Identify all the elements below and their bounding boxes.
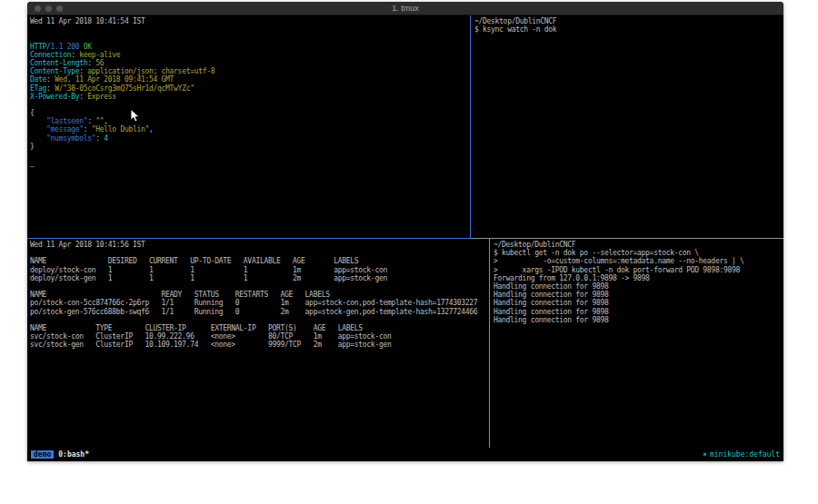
terminal-line: $ ksync watch -n dok — [474, 25, 783, 34]
terminal-line: Wed 11 Apr 2018 10:41:54 IST — [30, 17, 470, 25]
terminal-text-segment: Express — [87, 93, 116, 101]
terminal-text-segment: "Hello Dublin" — [92, 125, 149, 133]
terminal-line: deploy/stock-gen 1 1 1 1 2m app=stock-ge… — [30, 274, 489, 282]
terminal-line: po/stock-gen-576cc688bb-swqf6 1/1 Runnin… — [30, 308, 489, 316]
terminal-text-segment: : — [46, 75, 55, 84]
terminal-line: "message": "Hello Dublin", — [30, 125, 470, 133]
tmux-session-area: Wed 11 Apr 2018 10:41:54 IST HTTP/1.1 20… — [27, 15, 783, 448]
terminal-text-segment: "numsymbols" — [46, 134, 95, 143]
terminal-line: } — [30, 143, 470, 151]
terminal-line — [30, 249, 489, 257]
terminal-line — [30, 151, 470, 159]
terminal-line: deploy/stock-con 1 1 1 1 1m app=stock-co… — [30, 266, 489, 274]
terminal-line — [30, 101, 470, 109]
mouse-cursor-pointer — [130, 109, 141, 124]
terminal-text-segment: HTTP/ — [30, 43, 51, 51]
terminal-text-segment: : — [84, 125, 92, 133]
terminal-text-segment: : — [46, 84, 55, 93]
terminal-line: "lastseen": "", — [30, 117, 470, 125]
pane-http-response[interactable]: Wed 11 Apr 2018 10:41:54 IST HTTP/1.1 20… — [27, 15, 470, 238]
window-titlebar[interactable]: 1. tmux — [27, 2, 783, 15]
close-button[interactable] — [35, 5, 41, 12]
window-title: 1. tmux — [27, 2, 783, 15]
terminal-text-segment: _ — [30, 159, 35, 167]
pane-border-horizontal-active[interactable] — [27, 238, 471, 239]
terminal-line: Handling connection for 9898 — [494, 291, 783, 299]
terminal-line: Handling connection for 9898 — [494, 299, 783, 307]
terminal-text-segment: , — [149, 125, 154, 133]
terminal-line: Handling connection for 9898 — [494, 308, 783, 316]
pane-border-vertical-active[interactable] — [470, 15, 471, 239]
terminal-line: $ kubectl get -n dok po --selector=app=s… — [494, 249, 783, 257]
terminal-line: Content-Length: 56 — [30, 59, 470, 67]
terminal-text-segment: : — [87, 117, 95, 125]
terminal-line — [30, 25, 470, 34]
terminal-text-segment: 4 — [104, 134, 108, 143]
terminal-text-segment: : — [79, 67, 87, 75]
terminal-line — [30, 282, 489, 291]
terminal-line: > xargs -IPOD kubectl -n dok port-forwar… — [494, 266, 783, 274]
terminal-text-segment: Content-Length — [30, 59, 87, 67]
terminal-text-segment: Connection — [30, 51, 71, 59]
terminal-line: po/stock-con-5cc874766c-2p6rp 1/1 Runnin… — [30, 299, 489, 307]
terminal-line: Handling connection for 9898 — [494, 282, 783, 291]
terminal-text-segment: : — [95, 134, 104, 143]
terminal-line: Handling connection for 9898 — [494, 316, 783, 324]
terminal-line: > -o=custom-columns=:metadata.name --no-… — [494, 257, 783, 265]
terminal-text-segment: OK — [84, 43, 92, 51]
terminal-text-segment: Wed, 11 Apr 2018 09:41:54 GMT — [55, 75, 174, 84]
terminal-text-segment: 200 — [67, 43, 80, 51]
tmux-status-bar: demo 0:bash* ⎈minikube:default — [27, 448, 783, 461]
terminal-text-segment: "message" — [46, 125, 84, 133]
zoom-button[interactable] — [56, 5, 63, 12]
terminal-text-segment: keep-alive — [79, 51, 120, 59]
terminal-line: svc/stock-gen ClusterIP 10.109.197.74 <n… — [30, 341, 489, 349]
terminal-line — [30, 34, 470, 42]
terminal-text-segment: 56 — [95, 59, 104, 67]
terminal-text-segment — [30, 117, 46, 125]
pane-port-forward[interactable]: ~/Desktop/DublinCNCF$ kubectl get -n dok… — [491, 239, 783, 448]
terminal-line: Forwarding from 127.0.0.1:9898 -> 9898 — [494, 274, 783, 282]
terminal-line: NAME DESIRED CURRENT UP-TO-DATE AVAILABL… — [30, 257, 489, 265]
pane-ksync-watch[interactable]: ~/Desktop/DublinCNCF$ ksync watch -n dok — [472, 15, 783, 238]
terminal-text-segment — [30, 125, 46, 133]
status-left: demo 0:bash* — [31, 450, 89, 459]
terminal-text-segment: : — [79, 93, 87, 101]
terminal-text-segment: Date — [30, 75, 46, 84]
terminal-text-segment — [30, 134, 46, 143]
session-name-badge[interactable]: demo — [31, 450, 54, 459]
active-window-label[interactable]: 0:bash* — [58, 450, 89, 459]
terminal-text-segment: X-Powered-By — [30, 93, 79, 101]
terminal-line: NAME TYPE CLUSTER-IP EXTERNAL-IP PORT(S)… — [30, 324, 489, 332]
terminal-line: Date: Wed, 11 Apr 2018 09:41:54 GMT — [30, 75, 470, 84]
terminal-text-segment: application/json; charset=utf-8 — [87, 67, 214, 75]
terminal-line: ETag: W/"38-05coCsrg3mQ75sHr1d/qcMTwYZc" — [30, 84, 470, 93]
terminal-text-segment: 1.1 — [51, 43, 64, 51]
kube-context-label: minikube:default — [710, 450, 780, 459]
terminal-text-segment: , — [104, 117, 108, 125]
terminal-line: Content-Type: application/json; charset=… — [30, 67, 470, 75]
terminal-text-segment: "lastseen" — [46, 117, 87, 125]
terminal-line: Connection: keep-alive — [30, 51, 470, 59]
terminal-line: ~/Desktop/DublinCNCF — [474, 17, 783, 25]
terminal-line: svc/stock-con ClusterIP 10.99.222.96 <no… — [30, 332, 489, 341]
terminal-line: { — [30, 109, 470, 117]
terminal-line — [30, 316, 489, 324]
terminal-text-segment: : — [71, 51, 79, 59]
pane-kubectl-resources[interactable]: Wed 11 Apr 2018 10:41:56 IST NAME DESIRE… — [27, 239, 489, 448]
terminal-window: 1. tmux Wed 11 Apr 2018 10:41:54 IST HTT… — [27, 2, 783, 461]
terminal-line: Wed 11 Apr 2018 10:41:56 IST — [30, 241, 489, 249]
pane-border-vertical-inactive[interactable] — [489, 239, 490, 448]
traffic-lights — [35, 5, 63, 12]
terminal-line: HTTP/1.1 200 OK — [30, 43, 470, 51]
terminal-text-segment: W/"38-05coCsrg3mQ75sHr1d/qcMTwYZc" — [55, 84, 195, 93]
helm-wheel-icon: ⎈ — [703, 450, 707, 459]
terminal-text-segment: : — [87, 59, 95, 67]
terminal-text-segment: ETag — [30, 84, 46, 93]
terminal-line: ~/Desktop/DublinCNCF — [494, 241, 783, 249]
terminal-text-segment: Content-Type — [30, 67, 79, 75]
terminal-text-segment: "" — [95, 117, 104, 125]
minimize-button[interactable] — [45, 5, 52, 12]
kube-context-indicator: ⎈minikube:default — [703, 450, 780, 459]
pane-border-horizontal-inactive[interactable] — [471, 238, 783, 239]
